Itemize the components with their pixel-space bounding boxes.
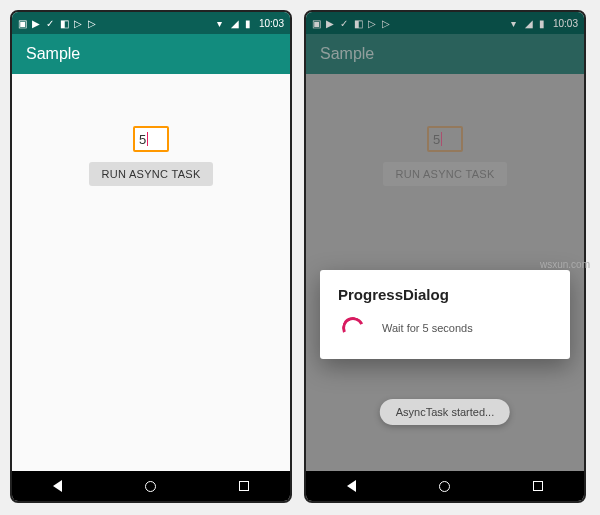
status-left-icons: ▣ ▶ ✓ ◧ ▷ ▷ (18, 18, 98, 28)
notif-icon: ◧ (354, 18, 364, 28)
status-bar: ▣ ▶ ✓ ◧ ▷ ▷ ▾ ◢ ▮ 10:03 (12, 12, 290, 34)
nav-recent-icon[interactable] (239, 481, 249, 491)
nav-back-icon[interactable] (347, 480, 356, 492)
notif-icon: ▶ (32, 18, 42, 28)
notif-icon: ✓ (340, 18, 350, 28)
notif-icon: ▶ (326, 18, 336, 28)
nav-back-icon[interactable] (53, 480, 62, 492)
screen-content: 5 RUN ASYNC TASK ProgressDialog Wait for… (306, 74, 584, 471)
app-title: Sample (320, 45, 374, 63)
dialog-body: Wait for 5 seconds (338, 317, 552, 339)
status-time: 10:03 (259, 18, 284, 29)
status-bar: ▣ ▶ ✓ ◧ ▷ ▷ ▾ ◢ ▮ 10:03 (306, 12, 584, 34)
watermark: wsxun.com (540, 259, 590, 270)
notif-icon: ▷ (382, 18, 392, 28)
app-bar: Sample (306, 34, 584, 74)
dialog-message: Wait for 5 seconds (382, 322, 473, 334)
navigation-bar (12, 471, 290, 501)
nav-home-icon[interactable] (439, 481, 450, 492)
toast-message: AsyncTask started... (380, 399, 510, 425)
text-cursor (147, 132, 148, 146)
dialog-title: ProgressDialog (338, 286, 552, 303)
run-async-task-button[interactable]: RUN ASYNC TASK (89, 162, 212, 186)
notif-icon: ✓ (46, 18, 56, 28)
signal-icon: ◢ (525, 18, 535, 28)
progress-dialog: ProgressDialog Wait for 5 seconds (320, 270, 570, 359)
wifi-icon: ▾ (511, 18, 521, 28)
phone-screen-left: ▣ ▶ ✓ ◧ ▷ ▷ ▾ ◢ ▮ 10:03 Sample 5 RUN ASY… (10, 10, 292, 503)
phone-screen-right: ▣ ▶ ✓ ◧ ▷ ▷ ▾ ◢ ▮ 10:03 Sample 5 RUN ASY… (304, 10, 586, 503)
status-right-icons: ▾ ◢ ▮ 10:03 (511, 18, 578, 29)
signal-icon: ◢ (231, 18, 241, 28)
wifi-icon: ▾ (217, 18, 227, 28)
notif-icon: ◧ (60, 18, 70, 28)
seconds-input[interactable]: 5 (133, 126, 169, 152)
screen-content: 5 RUN ASYNC TASK (12, 74, 290, 471)
notif-icon: ▷ (74, 18, 84, 28)
spinner-icon (339, 314, 367, 342)
app-title: Sample (26, 45, 80, 63)
app-bar: Sample (12, 34, 290, 74)
status-right-icons: ▾ ◢ ▮ 10:03 (217, 18, 284, 29)
battery-icon: ▮ (539, 18, 549, 28)
nav-recent-icon[interactable] (533, 481, 543, 491)
nav-home-icon[interactable] (145, 481, 156, 492)
battery-icon: ▮ (245, 18, 255, 28)
notif-icon: ▣ (312, 18, 322, 28)
notif-icon: ▷ (368, 18, 378, 28)
status-time: 10:03 (553, 18, 578, 29)
status-left-icons: ▣ ▶ ✓ ◧ ▷ ▷ (312, 18, 392, 28)
notif-icon: ▷ (88, 18, 98, 28)
notif-icon: ▣ (18, 18, 28, 28)
input-value: 5 (139, 132, 146, 147)
navigation-bar (306, 471, 584, 501)
